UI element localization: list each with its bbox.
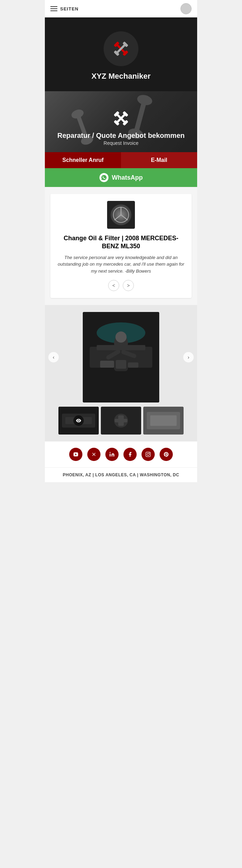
gallery-next-button[interactable]: ›	[183, 352, 194, 362]
email-button[interactable]: E-Mail	[121, 152, 197, 168]
whatsapp-button[interactable]: WhatsApp	[45, 168, 197, 187]
testimonial-nav: < >	[57, 280, 185, 291]
gallery-thumbnails	[45, 407, 197, 435]
svg-rect-32	[128, 362, 138, 368]
wrench-cross-icon	[111, 38, 131, 59]
facebook-button[interactable]	[123, 448, 137, 461]
hero-section: XYZ Mechaniker	[45, 17, 197, 91]
hamburger-icon	[50, 6, 57, 11]
thumb2-svg	[101, 407, 141, 435]
svg-point-28	[115, 331, 127, 343]
gallery-thumb-2[interactable]	[101, 407, 141, 435]
mercedes-star-icon	[112, 206, 130, 224]
thumb3-svg	[143, 407, 184, 435]
mercedes-logo	[111, 204, 131, 225]
mechanic-svg	[83, 312, 159, 402]
action-buttons: Schneller Anruf E-Mail	[45, 152, 197, 168]
svg-rect-45	[146, 452, 150, 457]
gallery-prev-button[interactable]: ‹	[48, 352, 59, 362]
testimonial-title: Change Oil & Filter | 2008 MERCEDES-BENZ…	[57, 234, 185, 251]
seiten-label: SEITEN	[60, 6, 79, 11]
gallery-wrapper: ‹	[45, 312, 197, 402]
footer: PHOENIX, AZ | LOS ANGELES, CA | WASHINGT…	[45, 467, 197, 482]
youtube-button[interactable]	[69, 448, 82, 461]
prev-arrow[interactable]: <	[108, 280, 119, 291]
testimonial-card: Change Oil & Filter | 2008 MERCEDES-BENZ…	[50, 194, 192, 298]
x-button[interactable]	[87, 448, 100, 461]
gallery-thumb-3[interactable]	[143, 407, 184, 435]
banner-section: Reparatur / Quote Angebot bekommen Reque…	[45, 91, 197, 152]
footer-locations: PHOENIX, AZ | LOS ANGELES, CA | WASHINGT…	[50, 472, 192, 477]
eye-icon	[73, 415, 84, 426]
gallery-thumb-1[interactable]	[58, 407, 99, 435]
eye-badge	[58, 407, 99, 435]
testimonial-section: Change Oil & Filter | 2008 MERCEDES-BENZ…	[45, 187, 197, 305]
banner-title: Reparatur / Quote Angebot bekommen	[57, 131, 185, 140]
testimonial-image	[107, 201, 135, 229]
hero-title: XYZ Mechaniker	[91, 72, 151, 81]
svg-point-47	[149, 453, 150, 454]
menu-button[interactable]: SEITEN	[50, 6, 79, 11]
svg-rect-43	[150, 415, 177, 426]
banner-content: Reparatur / Quote Angebot bekommen Reque…	[57, 110, 185, 146]
social-icons	[45, 448, 197, 461]
whatsapp-label: WhatsApp	[112, 174, 143, 181]
hero-logo	[104, 31, 138, 66]
avatar[interactable]	[180, 3, 192, 14]
svg-rect-33	[116, 360, 126, 369]
banner-icon-svg	[112, 110, 130, 127]
testimonial-text: The service personal are very knowledgea…	[57, 254, 185, 275]
gallery-section: ‹	[45, 305, 197, 441]
whatsapp-icon	[99, 173, 108, 182]
svg-rect-40	[118, 415, 124, 426]
call-button[interactable]: Schneller Anruf	[45, 152, 121, 168]
svg-rect-31	[100, 361, 114, 368]
svg-line-20	[114, 215, 121, 220]
svg-line-21	[121, 215, 128, 220]
gallery-main-image	[83, 312, 159, 402]
linkedin-button[interactable]	[105, 448, 119, 461]
next-arrow[interactable]: >	[123, 280, 134, 291]
svg-point-44	[110, 452, 111, 453]
instagram-button[interactable]	[142, 448, 155, 461]
header: SEITEN	[45, 0, 197, 17]
svg-point-46	[147, 453, 150, 456]
banner-subtitle: Request Invoice	[57, 140, 185, 146]
gallery-main-bg	[83, 312, 159, 402]
pinterest-button[interactable]	[160, 448, 173, 461]
social-section	[45, 441, 197, 467]
